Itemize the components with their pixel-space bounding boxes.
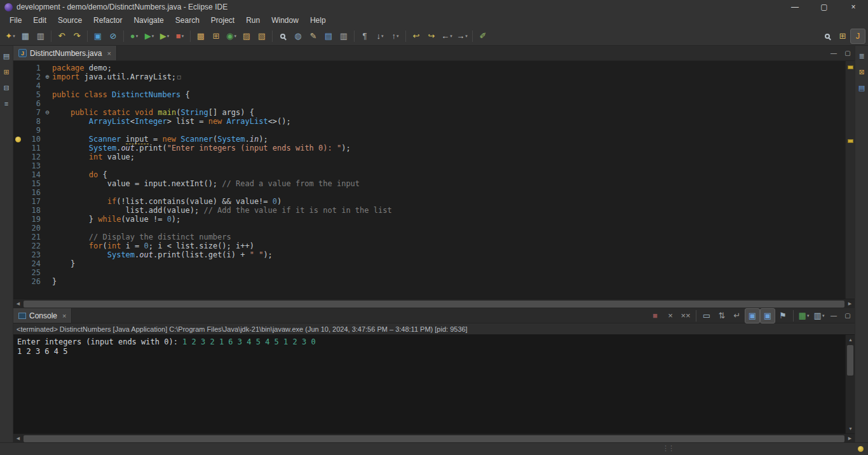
open-perspective-button[interactable]: ⊞ — [835, 29, 850, 44]
code-line[interactable]: 10 Scanner input = new Scanner(System.in… — [13, 135, 845, 144]
line-number[interactable]: 1 — [23, 64, 43, 72]
code-line[interactable]: 5public class DistinctNumbers { — [13, 90, 845, 99]
code-line[interactable]: 26} — [13, 277, 845, 286]
clear-console-button[interactable]: ▭ — [699, 308, 714, 323]
skip-all-breakpoints-button[interactable]: ⊘ — [105, 29, 121, 44]
line-number[interactable]: 17 — [23, 197, 43, 206]
line-number[interactable]: 22 — [23, 241, 43, 250]
menu-help[interactable]: Help — [304, 15, 332, 26]
minimize-editor-button[interactable]: — — [827, 46, 841, 60]
console-hscrollbar[interactable]: ◀ ▶ — [13, 433, 855, 443]
line-number[interactable]: 14 — [23, 170, 43, 179]
display-selected-console-button[interactable]: ▥▾ — [811, 308, 827, 323]
code-area[interactable]: 1package demo;2⊕import java.util.ArrayLi… — [13, 61, 845, 299]
code-line[interactable]: 18 list.add(value); // Add the value if … — [13, 206, 845, 215]
external-tools-button[interactable]: ■▾ — [172, 29, 187, 44]
java-perspective-button[interactable]: J — [850, 29, 865, 44]
code-line[interactable]: 22 for(int i = 0; i < list.size(); i++) — [13, 241, 845, 250]
new-wizard-button[interactable]: ✦▾ — [3, 29, 18, 44]
undo-button[interactable]: ↶ — [54, 29, 69, 44]
line-number[interactable]: 6 — [23, 99, 43, 108]
code-line[interactable]: 7⊖ public static void main(String[] args… — [13, 108, 845, 117]
menu-navigate[interactable]: Navigate — [128, 15, 169, 26]
editor-tab-close-icon[interactable]: × — [107, 50, 111, 57]
console-tab-close-icon[interactable]: × — [62, 312, 66, 320]
show-view-menu-button[interactable]: ▤ — [1, 51, 12, 62]
open-console-button[interactable]: ▣ — [90, 29, 105, 44]
back-button[interactable]: ←▾ — [439, 29, 454, 44]
code-line[interactable]: 23 System.out.print(list.get(i) + " "); — [13, 250, 845, 259]
ruler-annotation-marker[interactable] — [848, 65, 853, 69]
line-number[interactable]: 16 — [23, 188, 43, 197]
new-java-project-button[interactable]: ▩ — [193, 29, 208, 44]
code-line[interactable]: 16 — [13, 188, 845, 197]
open-type-button[interactable] — [275, 29, 290, 44]
previous-annotation-button[interactable]: ↑▾ — [388, 29, 403, 44]
code-line[interactable]: 1package demo; — [13, 64, 845, 72]
line-number[interactable]: 19 — [23, 215, 43, 224]
window-maximize-button[interactable]: ▢ — [810, 0, 839, 14]
new-package-button[interactable]: ⊞ — [208, 29, 224, 44]
open-console-button[interactable]: ▦▾ — [796, 308, 811, 323]
console-output[interactable]: Enter integers (input ends with 0): 1 2 … — [13, 335, 845, 433]
minimize-console-button[interactable]: — — [827, 308, 841, 323]
menu-search[interactable]: Search — [170, 15, 205, 26]
warning-marker[interactable] — [848, 139, 853, 143]
maximize-console-button[interactable]: ▢ — [841, 308, 855, 323]
code-line[interactable]: 11 System.out.print("Enter integers (inp… — [13, 144, 845, 153]
debug-button[interactable]: ●▾ — [126, 29, 142, 44]
code-line[interactable]: 8 ArrayList<Integer> list = new ArrayLis… — [13, 117, 845, 126]
console-vscroll-thumb[interactable] — [847, 345, 853, 376]
editor-hscroll-thumb[interactable] — [24, 301, 844, 308]
menu-project[interactable]: Project — [205, 15, 240, 26]
next-annotation-button[interactable]: ↓▾ — [372, 29, 388, 44]
line-number[interactable]: 12 — [23, 153, 43, 161]
forward-button[interactable]: →▾ — [454, 29, 470, 44]
minimized-problems-button[interactable]: ⊠ — [857, 67, 867, 78]
editor-hscrollbar[interactable]: ◀ ▶ — [13, 299, 855, 308]
scroll-up-icon[interactable]: ▲ — [846, 335, 855, 344]
window-minimize-button[interactable]: — — [780, 0, 810, 14]
scroll-lock-button[interactable]: ⇅ — [714, 308, 729, 323]
code-line[interactable]: 20 — [13, 224, 845, 233]
line-number[interactable]: 21 — [23, 233, 43, 241]
maximize-editor-button[interactable]: ▢ — [841, 46, 855, 60]
word-wrap-button[interactable]: ↵ — [729, 308, 745, 323]
console-tab[interactable]: Console × — [13, 308, 72, 323]
minimized-javadoc-button[interactable]: ▤ — [857, 83, 867, 93]
last-edit-location-button[interactable]: ↩ — [409, 29, 424, 44]
save-button[interactable]: ▦ — [18, 29, 33, 44]
line-number[interactable]: 11 — [23, 144, 43, 153]
scroll-right-icon[interactable]: ▶ — [845, 299, 855, 309]
line-number[interactable]: 15 — [23, 179, 43, 188]
line-number[interactable]: 7 — [23, 108, 43, 117]
coverage-button[interactable]: ▶▾ — [157, 29, 172, 44]
menu-edit[interactable]: Edit — [27, 15, 52, 26]
menu-file[interactable]: File — [4, 15, 27, 26]
generate-javadoc-button[interactable]: ▤ — [321, 29, 336, 44]
menu-refactor[interactable]: Refactor — [88, 15, 128, 26]
scroll-left-icon[interactable]: ◀ — [13, 299, 23, 309]
fold-toggle-icon[interactable]: ⊕ — [43, 72, 52, 81]
code-line[interactable]: 25 — [13, 268, 845, 277]
line-number[interactable]: 18 — [23, 206, 43, 215]
code-line[interactable]: 6 — [13, 99, 845, 108]
code-line[interactable]: 12 int value; — [13, 153, 845, 161]
code-line[interactable]: 24 } — [13, 259, 845, 268]
menu-window[interactable]: Window — [266, 15, 304, 26]
notification-icon[interactable] — [858, 446, 864, 452]
line-number[interactable]: 26 — [23, 277, 43, 286]
line-number[interactable]: 8 — [23, 117, 43, 126]
code-line[interactable]: 21 // Display the distinct numbers — [13, 233, 845, 241]
package-explorer-button[interactable]: ⊞ — [1, 67, 12, 78]
warning-marker-icon[interactable] — [13, 135, 23, 144]
menu-run[interactable]: Run — [240, 15, 266, 26]
pin-console-button[interactable]: ⚑ — [775, 308, 790, 323]
line-number[interactable]: 24 — [23, 259, 43, 268]
code-line[interactable]: 17 if(!list.contains(value) && value!= 0… — [13, 197, 845, 206]
fold-toggle-icon[interactable]: ⊖ — [43, 108, 52, 117]
window-close-button[interactable]: × — [839, 0, 868, 14]
previous-edit-location-button[interactable]: ↪ — [424, 29, 439, 44]
line-number[interactable]: 4 — [23, 81, 43, 90]
import-wizard-button[interactable]: ▧ — [254, 29, 269, 44]
